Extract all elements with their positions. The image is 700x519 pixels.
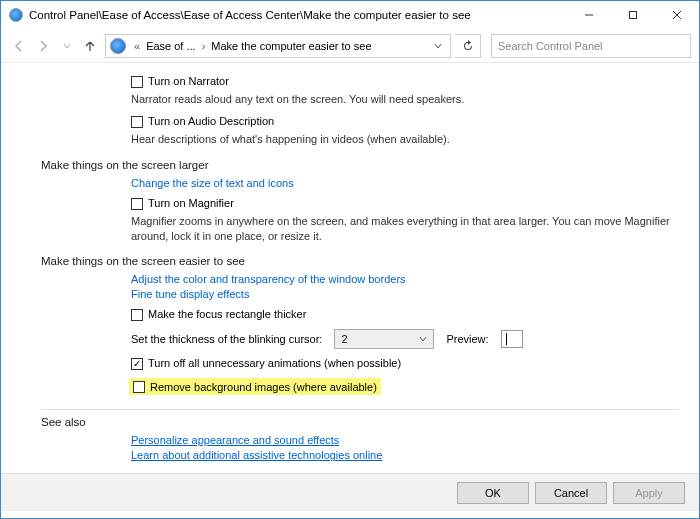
cursor-select[interactable]: 2: [334, 329, 434, 349]
removebg-checkbox[interactable]: [133, 381, 145, 393]
breadcrumb: « Ease of ... › Make the computer easier…: [130, 40, 448, 52]
apply-button[interactable]: Apply: [613, 482, 685, 504]
search-placeholder: Search Control Panel: [498, 40, 603, 52]
removebg-label: Remove background images (where availabl…: [150, 381, 377, 393]
address-bar[interactable]: « Ease of ... › Make the computer easier…: [105, 34, 451, 58]
removebg-highlighted-row: Remove background images (where availabl…: [129, 378, 381, 395]
cancel-button[interactable]: Cancel: [535, 482, 607, 504]
breadcrumb-ellipsis[interactable]: «: [130, 40, 144, 52]
address-dropdown-icon[interactable]: [428, 42, 448, 50]
audio-desc: Hear descriptions of what's happening in…: [131, 132, 679, 147]
link-borders[interactable]: Adjust the color and transparency of the…: [131, 273, 679, 285]
focusrect-checkbox-row: Make the focus rectangle thicker: [131, 308, 679, 321]
audio-checkbox-row: Turn on Audio Description: [131, 115, 679, 128]
link-text-size[interactable]: Change the size of text and icons: [131, 177, 679, 189]
chevron-right-icon: ›: [198, 40, 210, 52]
ok-button[interactable]: OK: [457, 482, 529, 504]
search-input[interactable]: Search Control Panel: [491, 34, 691, 58]
refresh-button[interactable]: [455, 34, 481, 58]
nav-bar: « Ease of ... › Make the computer easier…: [1, 29, 699, 63]
magnifier-desc: Magnifier zooms in anywhere on the scree…: [131, 214, 671, 244]
cursor-value: 2: [341, 333, 347, 345]
recent-dropdown[interactable]: [57, 36, 77, 56]
titlebar: Control Panel\Ease of Access\Ease of Acc…: [1, 1, 699, 29]
chevron-down-icon: [419, 335, 427, 343]
magnifier-label: Turn on Magnifier: [148, 197, 234, 209]
content-area: Turn on Narrator Narrator reads aloud an…: [1, 63, 699, 473]
preview-label: Preview:: [446, 333, 488, 345]
magnifier-checkbox-row: Turn on Magnifier: [131, 197, 679, 210]
cursor-preview: [501, 330, 523, 348]
narrator-checkbox[interactable]: [131, 76, 143, 88]
up-button[interactable]: [81, 37, 99, 55]
cursor-label: Set the thickness of the blinking cursor…: [131, 333, 322, 345]
footer: OK Cancel Apply: [1, 473, 699, 511]
close-button[interactable]: [655, 1, 699, 29]
minimize-button[interactable]: [567, 1, 611, 29]
link-personalize[interactable]: Personalize appearance and sound effects: [131, 434, 679, 446]
animations-label: Turn off all unnecessary animations (whe…: [148, 357, 401, 369]
animations-checkbox[interactable]: [131, 358, 143, 370]
link-display[interactable]: Fine tune display effects: [131, 288, 679, 300]
see-also: See also: [41, 416, 679, 428]
section-larger: Make things on the screen larger: [41, 159, 679, 171]
narrator-desc: Narrator reads aloud any text on the scr…: [131, 92, 679, 107]
focusrect-label: Make the focus rectangle thicker: [148, 308, 306, 320]
svg-rect-1: [630, 12, 637, 19]
section-easier: Make things on the screen easier to see: [41, 255, 679, 267]
breadcrumb-parent[interactable]: Ease of ...: [144, 40, 198, 52]
focusrect-checkbox[interactable]: [131, 309, 143, 321]
forward-button[interactable]: [33, 36, 53, 56]
divider: [41, 409, 679, 410]
narrator-label: Turn on Narrator: [148, 75, 229, 87]
animations-checkbox-row: Turn off all unnecessary animations (whe…: [131, 357, 679, 370]
control-panel-icon: [9, 8, 23, 22]
audio-checkbox[interactable]: [131, 116, 143, 128]
back-button[interactable]: [9, 36, 29, 56]
maximize-button[interactable]: [611, 1, 655, 29]
window-title: Control Panel\Ease of Access\Ease of Acc…: [29, 9, 567, 21]
cursor-bar-icon: [506, 333, 508, 345]
cursor-thickness-row: Set the thickness of the blinking cursor…: [131, 329, 679, 349]
window-buttons: [567, 1, 699, 29]
magnifier-checkbox[interactable]: [131, 198, 143, 210]
address-icon: [110, 38, 126, 54]
audio-label: Turn on Audio Description: [148, 115, 274, 127]
breadcrumb-current[interactable]: Make the computer easier to see: [209, 40, 373, 52]
narrator-checkbox-row: Turn on Narrator: [131, 75, 679, 88]
link-assistive[interactable]: Learn about additional assistive technol…: [131, 449, 679, 461]
